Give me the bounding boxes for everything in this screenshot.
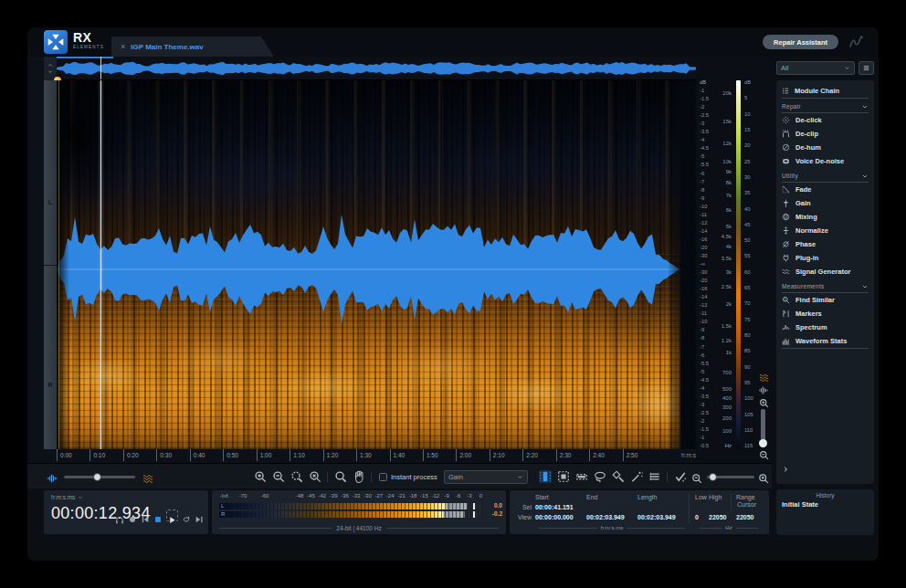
selection-time-unit: h:m:s.ms [601, 525, 623, 530]
sidebar-item-de-hum[interactable]: De-hum [782, 141, 869, 154]
time-format-selector[interactable]: h:m:s.ms [51, 494, 83, 500]
sel-end-value[interactable] [586, 504, 637, 514]
panel-expand-button[interactable] [782, 457, 869, 480]
view-low-value[interactable]: 0 [689, 514, 709, 524]
harmonic-selection-tool[interactable] [648, 470, 661, 483]
selection-freq-unit: Hz [725, 525, 732, 530]
zoom-in-icon [759, 398, 769, 408]
sidebar-item-spectrum[interactable]: Spectrum [782, 320, 869, 334]
timeline-tick: 0:30 [156, 449, 172, 461]
loop-playback-button[interactable] [182, 511, 191, 520]
normalize-icon [782, 226, 790, 235]
view-end-value[interactable]: 00:02:03.949 [586, 514, 637, 524]
process-module-select[interactable]: Gain [444, 470, 528, 484]
play-button[interactable] [166, 509, 178, 521]
sidebar-item-module-chain[interactable]: Module Chain [782, 84, 869, 99]
view-high-value[interactable]: 22050 [709, 514, 736, 524]
blend-slider-knob[interactable] [93, 473, 101, 481]
view-start-value[interactable]: 00:00:00.000 [535, 514, 586, 524]
time-selection-tool[interactable] [539, 470, 552, 483]
meter-scale-label: -36 [341, 493, 349, 499]
history-panel: History Initial State [776, 489, 874, 535]
timeline-ruler[interactable]: h:m:s 0:000:100:200:300:400:501:001:101:… [57, 449, 696, 463]
amplitude-scale-label: -3 [697, 121, 714, 127]
vertical-zoom-out-button[interactable] [757, 450, 770, 460]
de-hum-icon [782, 143, 790, 152]
spectrogram-playhead[interactable] [100, 80, 101, 449]
module-filter-select[interactable]: All [776, 61, 855, 75]
sidebar-item-voice-de-noise[interactable]: Voice De-noise [782, 154, 869, 168]
zoom-out-time-button[interactable] [272, 470, 285, 483]
sel-length-value[interactable] [637, 504, 689, 514]
amplitude-scale-label: -9 [697, 196, 714, 202]
sidebar-item-gain[interactable]: Gain [782, 196, 869, 210]
timeline-tick: 1:50 [423, 449, 438, 461]
view-length-value[interactable]: 00:02:03.949 [637, 514, 689, 524]
col-header-cursor: Cursor [737, 501, 756, 508]
meter-scale-label: -9 [445, 493, 449, 499]
izotope-logo-icon[interactable] [848, 35, 864, 49]
spectrogram-view-button[interactable] [757, 373, 770, 383]
magnify-tool-button[interactable] [334, 470, 347, 483]
frequency-selection-tool[interactable] [575, 470, 588, 483]
sidebar-item-find-similar[interactable]: Find Similar [782, 293, 869, 307]
sidebar-item-fade[interactable]: Fade [782, 183, 869, 196]
amplitude-scale-label: -2 [697, 419, 714, 425]
section-header-utility[interactable]: Utility [782, 170, 869, 183]
monitor-button[interactable] [115, 511, 124, 520]
horizontal-zoom-out-button[interactable] [691, 471, 702, 482]
repair-assistant-button[interactable]: Repair Assistant [763, 35, 838, 49]
section-header-repair[interactable]: Repair [782, 100, 869, 113]
zoom-reset-button[interactable] [309, 470, 321, 483]
tab-close-icon[interactable]: × [121, 42, 125, 51]
vertical-zoom-slider[interactable] [761, 409, 765, 447]
waveform-spectrogram-blend-slider[interactable] [64, 476, 135, 478]
amplitude-scale-label: -6 [697, 353, 714, 359]
rx-logo [44, 30, 68, 54]
sel-start-value[interactable]: 00:00:41.151 [535, 504, 586, 514]
brush-selection-tool[interactable] [612, 470, 625, 483]
lasso-selection-tool[interactable] [594, 470, 606, 483]
file-tab[interactable]: × IGP Main Theme.wav [111, 37, 274, 57]
confirm-selection-button[interactable] [674, 470, 687, 483]
sidebar-item-plug-in[interactable]: Plug-in [782, 251, 869, 265]
zoom-selection-button[interactable] [290, 470, 303, 483]
section-header-measurements[interactable]: Measurements [782, 280, 869, 293]
meter-scale-label: -18 [409, 493, 417, 499]
sidebar-item-markers[interactable]: Markers [782, 307, 869, 320]
sidebar-item-de-click[interactable]: De-click [782, 113, 869, 127]
hand-pan-tool-button[interactable] [353, 470, 365, 483]
sidebar-item-mixing[interactable]: Mixing [782, 210, 869, 224]
horizontal-zoom-slider-knob[interactable] [709, 473, 717, 481]
view-range-value[interactable]: 22050 [736, 514, 764, 524]
horizontal-zoom-in-button[interactable] [758, 471, 769, 482]
frequency-scale-label: 9k [726, 169, 732, 174]
waveform-overview[interactable] [57, 57, 696, 80]
horizontal-zoom-slider[interactable] [707, 476, 754, 478]
history-item[interactable]: Initial State [782, 500, 869, 509]
zoom-in-time-button[interactable] [254, 470, 267, 483]
sidebar-item-de-clip[interactable]: De-clip [782, 127, 869, 141]
sidebar-item-phase[interactable]: Phase [782, 237, 869, 251]
record-button[interactable] [128, 511, 137, 520]
sidebar-item-normalize[interactable]: Normalize [782, 224, 869, 237]
sidebar-item-waveform-stats[interactable]: Waveform Stats [782, 334, 869, 348]
channel-strip[interactable]: L R [44, 80, 57, 449]
go-to-end-button[interactable] [195, 511, 204, 520]
sidebar-item-signal-generator[interactable]: Signal Generator [782, 265, 869, 278]
time-frequency-selection-tool[interactable] [557, 470, 570, 483]
module-menu-button[interactable] [859, 61, 874, 75]
module-label: Gain [795, 199, 811, 207]
spectrogram-canvas[interactable] [57, 80, 696, 449]
previous-button[interactable] [141, 511, 150, 520]
vertical-zoom-in-button[interactable] [757, 398, 770, 408]
channel-left-label[interactable]: L [44, 199, 57, 205]
stop-button[interactable] [153, 511, 163, 520]
waveform-view-button[interactable] [757, 385, 770, 395]
overview-playhead[interactable] [100, 57, 101, 79]
overview-view-range[interactable] [57, 57, 113, 58]
channel-right-label[interactable]: R [44, 382, 57, 388]
magic-wand-tool[interactable] [630, 470, 643, 483]
vertical-zoom-slider-knob[interactable] [759, 439, 767, 447]
instant-process-checkbox[interactable] [379, 473, 387, 481]
